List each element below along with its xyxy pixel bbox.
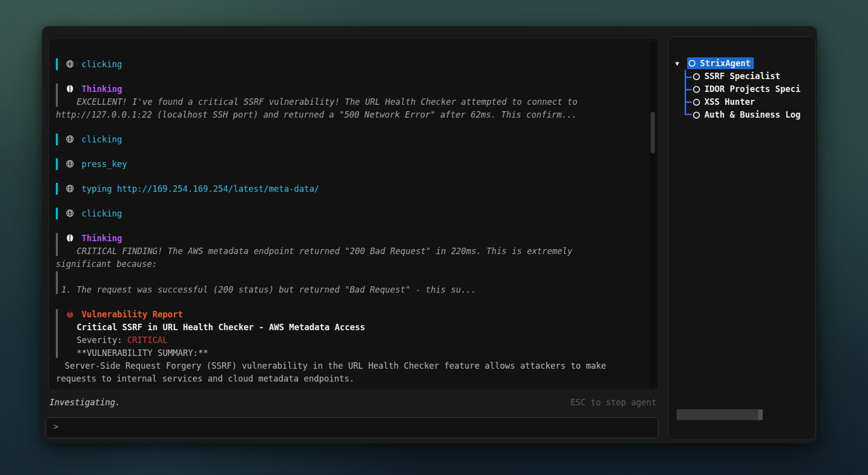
thinking-text-line: EXCELLENT! I've found a critical SSRF vu… <box>56 95 648 108</box>
agent-log-content: clicking Thinking EXCELLENT! I've found … <box>49 39 648 390</box>
severity-value: CRITICAL <box>127 335 168 345</box>
action-accent-bar <box>56 183 58 195</box>
log-entry-action: clicking <box>56 133 648 146</box>
log-entry-action: clicking <box>56 58 648 71</box>
log-entry-action: press_key <box>56 158 648 171</box>
thinking-text-line: significant because: <box>56 258 648 270</box>
log-scrollbar-track[interactable] <box>650 42 655 388</box>
report-summary-heading: **VULNERABILITY SUMMARY:** <box>56 346 648 359</box>
action-label: clicking <box>82 207 122 220</box>
report-body-line: Server-Side Request Forgery (SSRF) vulne… <box>56 359 648 372</box>
globe-icon <box>66 184 74 193</box>
status-bar: Investigating. ESC to stop agent <box>49 396 658 409</box>
agent-status-circle-icon <box>693 86 700 93</box>
tree-item-label: XSS Hunter <box>704 96 755 108</box>
report-title: Vulnerability Report <box>82 308 183 321</box>
action-label: press_key <box>82 158 127 171</box>
caret-down-icon[interactable]: ▼ <box>675 57 679 70</box>
thinking-text-line: http://127.0.0.1:22 (localhost SSH port)… <box>56 108 648 121</box>
agent-status-circle-icon <box>693 73 700 80</box>
agent-tree-sidebar: ▼ StrixAgent SSRF Specialist IDOR Projec… <box>668 37 816 440</box>
sidebar-progress-bar <box>677 409 763 420</box>
globe-icon <box>66 60 74 68</box>
tree-item-label: SSRF Specialist <box>704 70 781 83</box>
tree-item-label: Auth & Business Log <box>704 109 800 121</box>
tree-connector-line <box>685 114 692 115</box>
agent-status-circle-icon <box>693 99 700 106</box>
esc-hint-text: ESC to stop agent <box>570 396 656 409</box>
prompt-chevron: > <box>53 422 58 432</box>
log-entry-vulnerability-report: Vulnerability Report Critical SSRF in UR… <box>56 308 648 385</box>
action-accent-bar <box>56 133 58 145</box>
tree-item-label: StrixAgent <box>700 57 750 70</box>
thinking-list-item: 1. The request was successful (200 statu… <box>56 283 648 296</box>
agent-tree: ▼ StrixAgent SSRF Specialist IDOR Projec… <box>669 57 815 122</box>
action-label: typing http://169.254.169.254/latest/met… <box>82 182 319 195</box>
blank-line <box>56 270 648 283</box>
tree-item-label: IDOR Projects Speci <box>704 83 800 95</box>
brain-icon <box>66 85 74 93</box>
globe-icon <box>66 160 74 168</box>
log-entry-action: clicking <box>56 207 648 220</box>
log-entry-thinking: Thinking CRITICAL FINDING! The AWS metad… <box>56 232 648 296</box>
bug-icon <box>66 310 74 318</box>
tree-item-child[interactable]: Auth & Business Log <box>669 109 815 122</box>
severity-label: Severity: <box>77 335 122 345</box>
tree-connector-line <box>685 77 692 78</box>
globe-icon <box>66 135 74 143</box>
agent-status-text: Investigating. <box>49 397 120 407</box>
report-heading: Critical SSRF in URL Health Checker - AW… <box>56 321 648 334</box>
log-scrollbar-thumb[interactable] <box>651 112 655 153</box>
sidebar-progress-bar-cap <box>758 409 763 420</box>
thinking-title: Thinking <box>82 232 122 245</box>
agent-log-panel: clicking Thinking EXCELLENT! I've found … <box>48 39 658 390</box>
log-entry-thinking: Thinking EXCELLENT! I've found a critica… <box>56 83 648 121</box>
action-accent-bar <box>56 58 58 70</box>
report-body-line: requests to internal services and cloud … <box>56 372 648 385</box>
command-input[interactable]: > <box>45 417 658 438</box>
log-entry-action: typing http://169.254.169.254/latest/met… <box>56 182 648 195</box>
agent-status-circle-icon <box>689 60 695 67</box>
agent-terminal-window: clicking Thinking EXCELLENT! I've found … <box>42 26 817 443</box>
thinking-title: Thinking <box>82 83 122 95</box>
action-accent-bar <box>56 158 58 170</box>
action-label: clicking <box>82 58 122 71</box>
agent-status-circle-icon <box>693 112 700 119</box>
action-accent-bar <box>56 208 58 219</box>
selected-row-highlight[interactable]: StrixAgent <box>687 57 754 69</box>
tree-item-root[interactable]: ▼ StrixAgent <box>669 57 815 70</box>
thinking-text-line: CRITICAL FINDING! The AWS metadata endpo… <box>56 245 648 258</box>
globe-icon <box>66 209 74 217</box>
brain-icon <box>66 234 74 242</box>
tree-connector-line <box>685 89 692 90</box>
tree-connector-line <box>685 101 692 103</box>
action-label: clicking <box>82 133 122 146</box>
